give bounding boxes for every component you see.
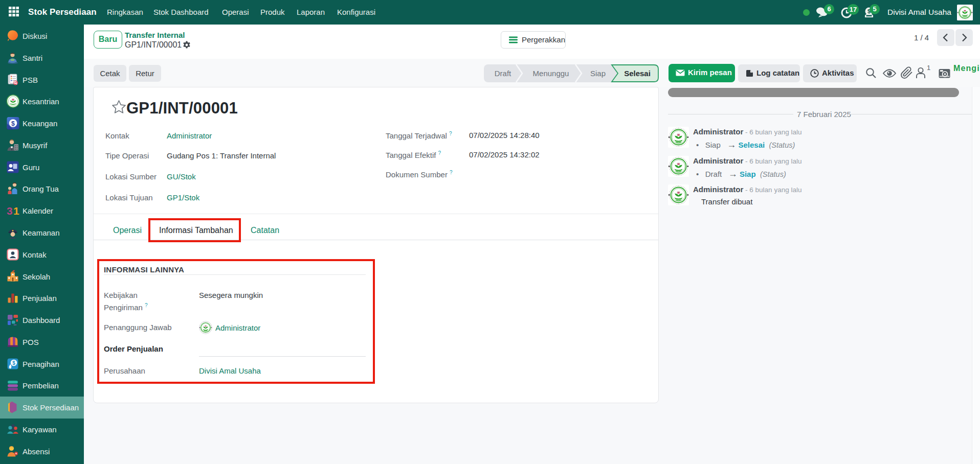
svg-text:Menunggu: Menunggu bbox=[533, 69, 569, 78]
svg-text:Selesai: Selesai bbox=[624, 69, 651, 78]
svg-text:1: 1 bbox=[13, 205, 19, 217]
svg-text:Draft: Draft bbox=[495, 69, 511, 78]
svg-text:$: $ bbox=[11, 120, 15, 127]
svg-text:3: 3 bbox=[7, 205, 13, 217]
svg-text:$: $ bbox=[12, 360, 15, 366]
svg-text:Siap: Siap bbox=[590, 69, 606, 78]
